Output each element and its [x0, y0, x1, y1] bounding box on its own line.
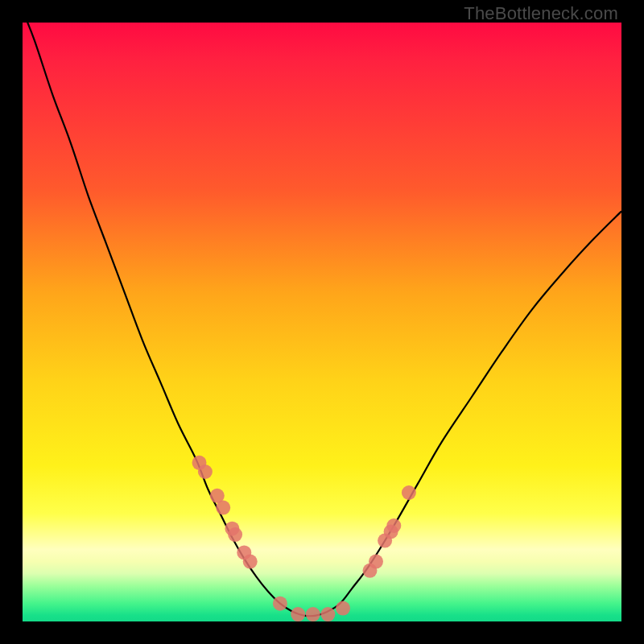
plot-area: [23, 23, 621, 621]
curve-marker: [320, 607, 335, 621]
curve-markers: [192, 456, 416, 621]
curve-marker: [402, 485, 416, 500]
curve-marker: [336, 601, 350, 616]
curve-marker: [198, 464, 213, 479]
curve-marker: [306, 607, 320, 621]
curve-marker: [243, 555, 258, 569]
bottleneck-curve: [23, 23, 621, 616]
curve-marker: [216, 501, 230, 515]
watermark-text: TheBottleneck.com: [464, 3, 618, 24]
curve-marker: [273, 597, 287, 611]
curve-marker: [369, 555, 383, 569]
curve-marker: [386, 518, 401, 533]
curve-marker: [291, 607, 305, 621]
chart-frame: TheBottleneck.com: [0, 0, 644, 644]
curve-layer: [23, 23, 621, 621]
curve-marker: [228, 527, 242, 542]
